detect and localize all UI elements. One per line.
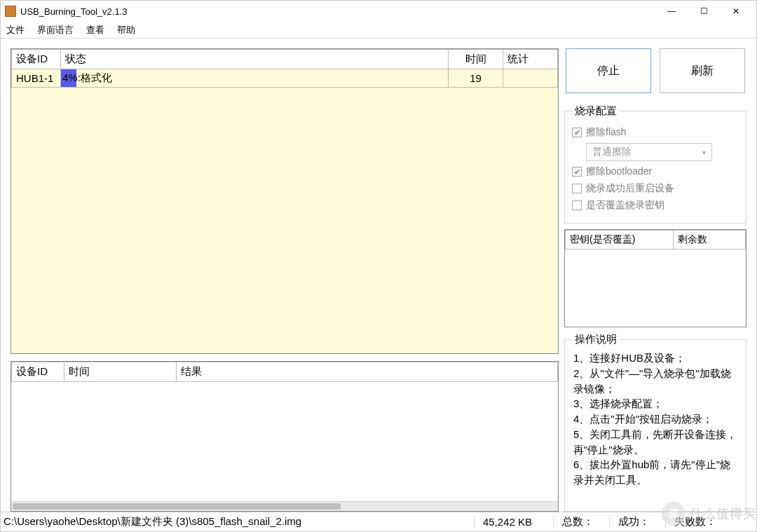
menu-language[interactable]: 界面语言 xyxy=(37,24,74,36)
burn-config-group: 烧录配置 ✔ 擦除flash 普通擦除 ▾ ✔ 擦除bootloader xyxy=(564,104,746,224)
help-step: 3、选择烧录配置； xyxy=(573,396,737,411)
log-col-time[interactable]: 时间 xyxy=(64,362,177,382)
reboot-after-checkbox[interactable]: 烧录成功后重启设备 xyxy=(572,182,739,195)
help-step: 1、连接好HUB及设备； xyxy=(573,350,737,366)
titlebar: USB_Burning_Tool_v2.1.3 — ☐ ✕ xyxy=(1,1,756,22)
maximize-icon: ☐ xyxy=(700,6,708,16)
log-col-result[interactable]: 结果 xyxy=(177,362,558,382)
menu-file[interactable]: 文件 xyxy=(6,24,25,36)
checkbox-icon xyxy=(572,200,582,210)
status-file-size: 45,242 KB xyxy=(474,516,553,528)
horizontal-scrollbar[interactable] xyxy=(11,501,558,511)
keys-col-key[interactable]: 密钥(是否覆盖) xyxy=(566,231,674,250)
device-table-header-row: 设备ID 状态 时间 统计 xyxy=(12,50,558,69)
checkbox-icon xyxy=(572,184,582,193)
reboot-after-label: 烧录成功后重启设备 xyxy=(586,182,674,195)
help-step: 2、从"文件"—"导入烧录包"加载烧录镜像； xyxy=(573,366,737,397)
maximize-button[interactable]: ☐ xyxy=(688,1,720,21)
scrollbar-thumb[interactable] xyxy=(13,503,341,510)
help-text: 1、连接好HUB及设备； 2、从"文件"—"导入烧录包"加载烧录镜像； 3、选择… xyxy=(572,350,739,488)
help-step: 6、拔出外置hub前，请先"停止"烧录并关闭工具。 xyxy=(573,457,737,488)
menu-help[interactable]: 帮助 xyxy=(117,24,135,36)
keys-col-left[interactable]: 剩余数 xyxy=(674,231,746,250)
keys-table: 密钥(是否覆盖) 剩余数 xyxy=(564,229,746,327)
stop-button[interactable]: 停止 xyxy=(566,48,651,93)
device-id-cell: HUB1-1 xyxy=(12,69,61,88)
log-table: 设备ID 时间 结果 xyxy=(11,361,559,512)
overwrite-key-checkbox[interactable]: 是否覆盖烧录密钥 xyxy=(572,199,739,212)
device-stats-cell xyxy=(503,69,558,88)
close-icon: ✕ xyxy=(732,6,739,16)
close-button[interactable]: ✕ xyxy=(720,1,752,21)
status-success: 成功： xyxy=(609,515,665,528)
device-status-text: 4%:格式化 xyxy=(62,71,112,85)
erase-bootloader-label: 擦除bootloader xyxy=(586,165,652,178)
status-total: 总数： xyxy=(553,515,609,528)
minimize-button[interactable]: — xyxy=(655,1,688,21)
erase-flash-mode-select[interactable]: 普通擦除 ▾ xyxy=(586,143,712,161)
erase-flash-mode-value: 普通擦除 xyxy=(592,146,632,158)
col-time[interactable]: 时间 xyxy=(449,50,503,69)
device-table-row[interactable]: HUB1-1 4%:格式化 19 xyxy=(12,69,558,88)
app-icon xyxy=(5,6,16,17)
device-time-cell: 19 xyxy=(449,69,503,88)
status-file-path: C:\Users\yaohe\Desktop\新建文件夹 (3)\s805_fl… xyxy=(1,515,474,528)
log-table-header-row: 设备ID 时间 结果 xyxy=(12,362,558,382)
erase-flash-label: 擦除flash xyxy=(586,126,627,139)
erase-flash-checkbox[interactable]: ✔ 擦除flash xyxy=(572,126,739,139)
help-legend: 操作说明 xyxy=(572,333,620,346)
help-step: 4、点击"开始"按钮启动烧录； xyxy=(573,411,737,427)
checkbox-icon: ✔ xyxy=(572,167,582,177)
col-status[interactable]: 状态 xyxy=(61,50,449,69)
device-table: 设备ID 状态 时间 统计 HUB1-1 4%:格式 xyxy=(11,48,559,354)
menu-view[interactable]: 查看 xyxy=(86,24,104,36)
log-col-device-id[interactable]: 设备ID xyxy=(12,362,64,382)
device-status-cell: 4%:格式化 xyxy=(61,69,449,88)
refresh-button[interactable]: 刷新 xyxy=(660,48,745,93)
window-title: USB_Burning_Tool_v2.1.3 xyxy=(20,6,128,17)
burn-config-legend: 烧录配置 xyxy=(572,104,620,118)
help-step: 5、关闭工具前，先断开设备连接，再"停止"烧录。 xyxy=(573,427,737,458)
col-device-id[interactable]: 设备ID xyxy=(12,50,61,69)
erase-bootloader-checkbox[interactable]: ✔ 擦除bootloader xyxy=(572,165,739,178)
col-stats[interactable]: 统计 xyxy=(503,50,558,69)
status-fail: 失败数： xyxy=(665,515,756,528)
chevron-down-icon: ▾ xyxy=(702,149,706,156)
minimize-icon: — xyxy=(667,6,676,16)
statusbar: C:\Users\yaohe\Desktop\新建文件夹 (3)\s805_fl… xyxy=(1,512,756,531)
log-table-empty-area xyxy=(11,382,558,501)
menubar: 文件 界面语言 查看 帮助 xyxy=(1,22,756,39)
overwrite-key-label: 是否覆盖烧录密钥 xyxy=(586,199,664,212)
keys-table-empty-area xyxy=(565,250,746,325)
device-table-empty-area xyxy=(11,88,558,353)
help-group: 操作说明 1、连接好HUB及设备； 2、从"文件"—"导入烧录包"加载烧录镜像；… xyxy=(564,333,746,512)
checkbox-icon: ✔ xyxy=(572,128,582,137)
